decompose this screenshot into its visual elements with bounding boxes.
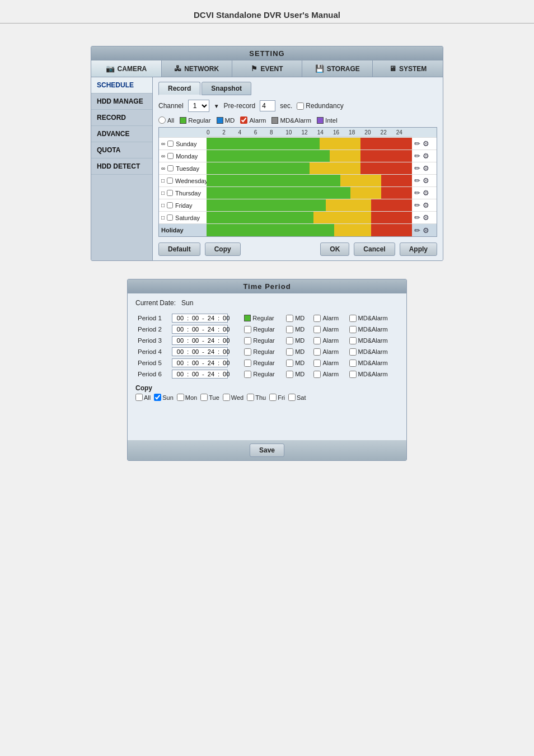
period6-start-mm[interactable] xyxy=(189,371,202,377)
friday-edit-icon[interactable]: ✏ xyxy=(414,201,420,209)
copy-sat-label[interactable]: Sat xyxy=(288,394,306,401)
redundancy-checkbox-label[interactable]: Redundancy xyxy=(297,102,343,110)
copy-mon-checkbox[interactable] xyxy=(177,394,184,401)
cancel-button[interactable]: Cancel xyxy=(354,242,395,256)
copy-sat-checkbox[interactable] xyxy=(288,394,296,401)
period4-md-checkbox[interactable] xyxy=(286,348,293,356)
period1-end-hh[interactable] xyxy=(205,315,217,321)
period3-start-hh[interactable] xyxy=(174,337,186,344)
period4-regular-checkbox[interactable] xyxy=(244,348,251,356)
prerecord-input[interactable] xyxy=(260,100,275,111)
friday-checkbox[interactable] xyxy=(167,202,173,208)
period6-end-mm[interactable] xyxy=(220,371,232,377)
legend-md[interactable]: MD xyxy=(217,117,235,124)
wednesday-gear-icon[interactable]: ⚙ xyxy=(423,176,429,185)
copy-all-checkbox[interactable] xyxy=(135,394,143,401)
all-radio[interactable] xyxy=(158,116,166,124)
apply-button[interactable]: Apply xyxy=(400,242,437,256)
period6-alarm-checkbox[interactable] xyxy=(313,371,321,378)
period4-mdalarm-checkbox[interactable] xyxy=(349,348,357,356)
period1-start-mm[interactable] xyxy=(189,315,202,321)
period2-mdalarm-checkbox[interactable] xyxy=(349,326,357,333)
period1-md-checkbox[interactable] xyxy=(286,315,293,322)
period5-mdalarm-checkbox[interactable] xyxy=(349,360,357,367)
nav-network[interactable]: 🖧 NETWORK xyxy=(162,60,232,77)
period2-regular-checkbox[interactable] xyxy=(244,326,251,333)
period4-start-hh[interactable] xyxy=(174,348,186,355)
thursday-edit-icon[interactable]: ✏ xyxy=(414,189,420,197)
alarm-checkbox[interactable] xyxy=(240,116,247,124)
nav-camera[interactable]: 📷 CAMERA xyxy=(91,60,162,77)
period5-regular-checkbox[interactable] xyxy=(244,360,251,367)
save-button[interactable]: Save xyxy=(250,444,284,457)
tab-record[interactable]: Record xyxy=(158,82,200,95)
saturday-checkbox[interactable] xyxy=(167,214,173,221)
copy-fri-label[interactable]: Fri xyxy=(269,394,285,401)
friday-bar[interactable] xyxy=(207,199,412,211)
monday-bar[interactable] xyxy=(207,150,412,162)
monday-checkbox[interactable] xyxy=(167,153,174,159)
period4-alarm-checkbox[interactable] xyxy=(313,348,321,356)
period3-end-mm[interactable] xyxy=(220,337,232,344)
redundancy-checkbox[interactable] xyxy=(297,102,304,110)
legend-intel[interactable]: Intel xyxy=(317,117,338,124)
wednesday-edit-icon[interactable]: ✏ xyxy=(414,176,420,185)
copy-wed-label[interactable]: Wed xyxy=(223,394,243,401)
period5-md-checkbox[interactable] xyxy=(286,360,293,367)
saturday-edit-icon[interactable]: ✏ xyxy=(414,213,420,222)
tuesday-bar[interactable] xyxy=(207,162,412,174)
sidebar-item-hdd-manage[interactable]: HDD MANAGE xyxy=(91,94,152,110)
tuesday-edit-icon[interactable]: ✏ xyxy=(414,164,420,172)
period3-mdalarm-checkbox[interactable] xyxy=(349,337,357,344)
monday-edit-icon[interactable]: ✏ xyxy=(414,152,420,160)
copy-sun-checkbox[interactable] xyxy=(154,394,161,401)
channel-select[interactable]: 1 xyxy=(188,100,209,112)
period1-mdalarm-checkbox[interactable] xyxy=(349,315,357,322)
period6-start-hh[interactable] xyxy=(174,371,186,377)
wednesday-bar[interactable] xyxy=(207,175,412,186)
period5-start-hh[interactable] xyxy=(174,360,186,366)
tab-snapshot[interactable]: Snapshot xyxy=(202,82,251,95)
copy-all-label[interactable]: All xyxy=(135,394,151,401)
period6-end-hh[interactable] xyxy=(205,371,217,377)
period2-start-hh[interactable] xyxy=(174,326,186,333)
period6-mdalarm-checkbox[interactable] xyxy=(349,371,357,378)
period5-end-mm[interactable] xyxy=(220,360,232,366)
copy-button[interactable]: Copy xyxy=(205,242,241,256)
period5-end-hh[interactable] xyxy=(205,360,217,366)
legend-regular[interactable]: Regular xyxy=(180,117,210,124)
sidebar-item-hdd-detect[interactable]: HDD DETECT xyxy=(91,158,152,175)
copy-thu-checkbox[interactable] xyxy=(247,394,254,401)
legend-mdalarm[interactable]: MD&Alarm xyxy=(271,117,311,124)
period5-start-mm[interactable] xyxy=(189,360,202,366)
period3-md-checkbox[interactable] xyxy=(286,337,293,344)
sunday-checkbox[interactable] xyxy=(167,141,174,147)
sunday-gear-icon[interactable]: ⚙ xyxy=(423,139,429,148)
holiday-bar[interactable] xyxy=(207,224,412,236)
saturday-bar[interactable] xyxy=(207,212,412,223)
wednesday-checkbox[interactable] xyxy=(167,178,173,184)
period1-start-hh[interactable] xyxy=(174,315,186,321)
thursday-gear-icon[interactable]: ⚙ xyxy=(423,189,429,197)
period6-regular-checkbox[interactable] xyxy=(244,371,251,378)
period2-start-mm[interactable] xyxy=(189,326,202,333)
sidebar-item-record[interactable]: RECORD xyxy=(91,110,152,126)
copy-tue-checkbox[interactable] xyxy=(200,394,208,401)
sidebar-item-advance[interactable]: ADVANCE xyxy=(91,126,152,142)
nav-system[interactable]: 🖥 SYSTEM xyxy=(373,60,443,77)
copy-wed-checkbox[interactable] xyxy=(223,394,230,401)
friday-gear-icon[interactable]: ⚙ xyxy=(423,201,429,209)
period4-start-mm[interactable] xyxy=(189,348,202,355)
period4-end-hh[interactable] xyxy=(205,348,217,355)
period3-alarm-checkbox[interactable] xyxy=(313,337,321,344)
tuesday-checkbox[interactable] xyxy=(167,165,174,171)
period2-end-mm[interactable] xyxy=(220,326,232,333)
holiday-edit-icon[interactable]: ✏ xyxy=(414,226,420,235)
copy-fri-checkbox[interactable] xyxy=(269,394,277,401)
copy-sun-label[interactable]: Sun xyxy=(154,394,174,401)
nav-storage[interactable]: 💾 STORAGE xyxy=(302,60,373,77)
period3-regular-checkbox[interactable] xyxy=(244,337,251,344)
copy-tue-label[interactable]: Tue xyxy=(200,394,219,401)
saturday-gear-icon[interactable]: ⚙ xyxy=(423,213,429,222)
legend-alarm[interactable]: Alarm xyxy=(240,116,266,124)
